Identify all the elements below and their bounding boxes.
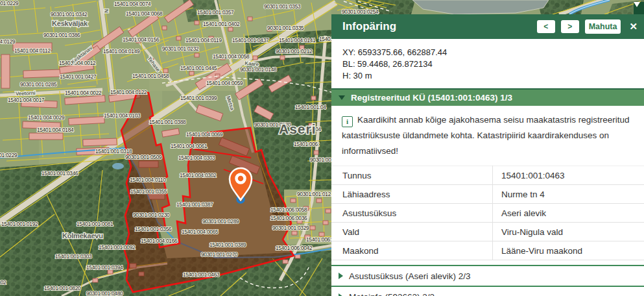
attribute-table: Tunnus 15401:001:0463 Lähiaadress Nurme … [331,166,644,260]
parcel-label: 15401:004:0068 [126,11,163,17]
parcel-label: 15401:006:0 [306,237,335,243]
parcel-label: 15401:006:0036 [270,216,307,221]
chevron-right-icon [339,293,343,296]
coordinates-block: XY: 6593375.66, 662887.44 BL: 59.4468, 2… [331,39,644,88]
parcel-label: 90301:001:0335 [267,25,304,31]
attr-value: 15401:001:0463 [493,166,644,185]
section-label: Registreeritud KÜ (15401:001:0463) 1/3 [351,93,512,103]
parcel-label: 15401:004:0112 [14,48,51,54]
map-name-label: Veetorni [16,90,36,97]
coord-xy: XY: 6593375.66, 662887.44 [342,47,638,58]
parcel-label: 90301:001:012 [297,191,331,197]
section-registered-ku[interactable]: Registreeritud KÜ (15401:001:0463) 1/3 [331,88,644,106]
parcel-label: 90301:001:0329 [272,225,309,231]
parcel-label: 15401:001:0458 [132,73,169,79]
parcel-label: 15401:004:0103 [104,113,141,119]
parcel-label: 15401:001:0427 [60,74,97,80]
parcel-label: 15401:004:0059 [206,80,243,86]
parcel-label: 15401:001:0092 [99,245,136,251]
parcel-label: 15401:004:0017 [8,97,45,103]
parcel-label: 15401:004:0149 [103,49,140,55]
table-row: Asustusüksus Aseri alevik [331,204,644,223]
map-name-label: Keskväljak [52,19,88,27]
parcel-label: 90301:001:0289 [202,219,239,225]
parcel-label: 90301:001:0232 [162,46,199,52]
parcel-label: 15401:004:0119 [185,38,222,43]
parcel-label: 15401:004:0022 [65,90,102,96]
parcel-label: 15401:006:0042 [276,245,313,251]
section-asustusuksus[interactable]: Asustusüksus (Aseri alevik) 2/3 [331,265,644,286]
parcel-label: 15401:001:0229 [0,153,18,158]
parcel-label: 90301:001:0509 [125,154,162,160]
parcel-label: 15401:004:0058 [213,54,250,60]
parcel-label: 15401:004:0069 [186,132,223,138]
info-panel: Infopäring < > Mahuta ✕ XY: 6593375.66, … [331,14,644,296]
parcel-label: 15401:004:0184 [37,127,74,133]
parcel-label: 15401:001:0437 [232,38,269,43]
close-icon[interactable]: ✕ [628,21,639,32]
parcel-label: 90301:00 [310,157,331,163]
section-metainfo[interactable]: Metainfo (593662) 3/3 [331,286,644,296]
parcel-label: 15401:001:0355 [130,189,167,195]
parcel-label: 15401:001:0389 [209,242,246,248]
table-row: Tunnus 15401:001:0463 [331,166,644,185]
parcel-label: 15401:001:0302 [0,280,6,286]
parcel-label: 15401:004:0029 [28,115,65,121]
attr-label: Lähiaadress [331,185,493,204]
parcel-label: 15401:001:0388 [149,119,186,125]
parcel-label: 15401:006:0058 [270,207,307,213]
parcel-label: 90301:001:0480 [86,291,123,296]
map-application: 15401:001:022915401:004:007490301:001:03… [0,0,644,296]
parcel-label: 90301:001:0148 [240,67,277,73]
parcel-label: 15401:004:0129 [0,39,16,45]
prev-result-button[interactable]: < [537,20,555,33]
parcel-label: 15401:001:0229 [0,1,19,6]
parcel-label: 90301:001:0342 [51,12,88,18]
parcel-label: 15401:001:0394 [86,265,123,271]
coord-h: H: 30 m [342,70,638,82]
fit-to-view-button[interactable]: Mahuta [585,19,621,34]
parcel-label: 15401:001:0463 [183,272,220,278]
parcel-label: 15401:001:0346 [42,171,78,177]
parcel-label: 15401:001:0357 [197,10,234,16]
panel-title: Infopäring [342,20,396,33]
parcel-label: 15401:001:0399 [180,95,217,101]
parcel-label: 90301:001:0386 [43,32,80,38]
parcel-label: 90301:001:0212 [276,49,313,55]
parcel-label: 15401:004:0141 [279,38,316,43]
attr-label: Vald [331,223,493,241]
parcel-label: 15401:004:0156 [123,37,160,43]
parcel-label: 15401:001:0445 [180,66,217,71]
parcel-label: 15401:001:0318 [95,149,132,154]
map-name-label: Kolmekaevu [62,232,103,240]
parcel-label: 90301:001:0230 [133,212,170,218]
table-row: Vald Viru-Nigula vald [331,223,644,241]
layer-note: iKaardikiht annab kõige ajakohasema seis… [331,106,644,162]
parcel-label: 15401:001:0303 [55,254,92,260]
parcel-label: 15401:004:0074 [114,1,151,7]
attr-label: Asustusüksus [331,204,493,223]
parcel-label: 90301:001:0353 [264,4,301,10]
parcel-label: 15401:004:0302 [180,173,217,179]
panel-collapse-tab[interactable] [634,2,644,14]
parcel-label: 15401:001:0081 [77,221,113,227]
parcel-label: 15401:001:0402 [203,21,240,27]
parcel-label: 90301:001:0285 [20,82,57,88]
info-panel-header: Infopäring < > Mahuta ✕ [331,14,644,39]
parcel-label: 15401:001:04 [295,105,326,110]
tab-arrow-icon [634,2,640,8]
parcel-label: 15401:004:0061 [171,143,208,149]
map-name-label: Aseri [279,121,316,136]
parcel-label: 15401:004:0303 [178,155,215,161]
attr-value: Viru-Nigula vald [493,223,644,241]
table-row: Lähiaadress Nurme tn 4 [331,185,644,204]
next-result-button[interactable]: > [561,20,579,33]
parcel-label: 15401:004:0110 [130,177,166,183]
section-label: Asustusüksus (Aseri alevik) 2/3 [349,271,471,281]
parcel-label: 15401:001:0387 [176,202,213,208]
parcel-label: 15401:001:0356 [135,227,172,232]
parcel-label: 90301:001:0270 [201,252,238,258]
note-text: Kaardikiht annab kõige ajakohasema seisu… [342,115,629,156]
parcel-label: 15401:006: [294,142,319,147]
parcel-label: 15401:004:0166 [141,238,178,244]
